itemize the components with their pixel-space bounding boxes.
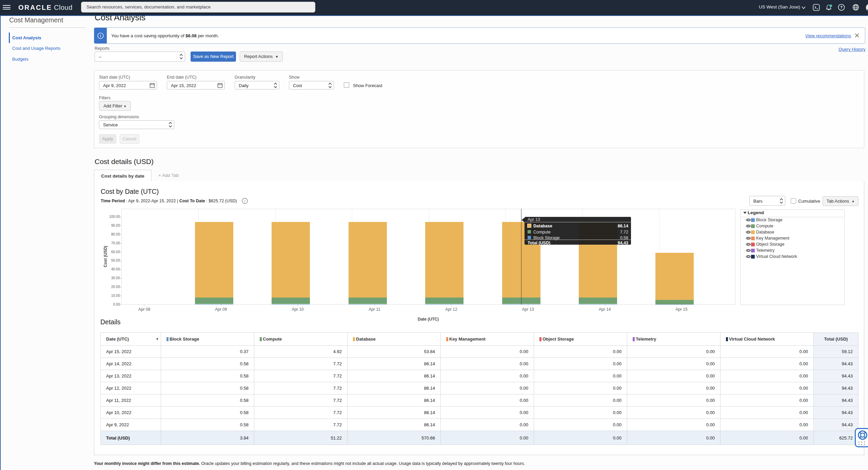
svg-text:?: ? [840, 5, 843, 9]
svg-text:i: i [244, 199, 245, 203]
